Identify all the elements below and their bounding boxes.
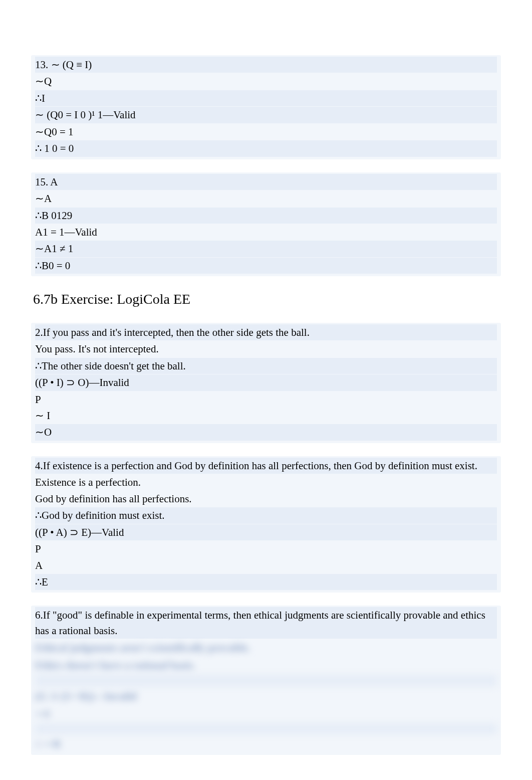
p6-blur-line5: ∴ ∼R bbox=[35, 735, 497, 753]
blur-bar-2 bbox=[35, 723, 497, 734]
blur-bar-1 bbox=[35, 675, 497, 687]
p6-blur-line2: Ethics doesn't have a rational basis. bbox=[35, 657, 497, 674]
p2-line5: P bbox=[35, 392, 497, 408]
p2-line2: You pass. It's not intercepted. bbox=[35, 341, 497, 357]
p13-line3: ∴I bbox=[35, 90, 497, 106]
p15-line5: ∼A1 ≠ 1 bbox=[35, 241, 497, 257]
p4-line8: ∴E bbox=[35, 574, 497, 590]
p6-line1: 6.If "good" is definable in experimental… bbox=[35, 607, 497, 639]
p2-line3: ∴The other side doesn't get the ball. bbox=[35, 358, 497, 374]
p2-line7: ∼O bbox=[35, 424, 497, 440]
p13-line6: ∴ 1 0 = 0 bbox=[35, 140, 497, 156]
blurred-preview: Ethical judgments aren't scientifically … bbox=[35, 639, 497, 753]
p15-line2: ∼A bbox=[35, 190, 497, 207]
p2-line4: ((P • I) ⊃ O)—Invalid bbox=[35, 374, 497, 391]
p13-line5: ∼Q0 = 1 bbox=[35, 124, 497, 140]
p2-line6: ∼ I bbox=[35, 408, 497, 424]
p13-line1: 13. ∼ (Q ≡ I) bbox=[35, 57, 497, 73]
p4-line5: ((P • A) ⊃ E)—Valid bbox=[35, 524, 497, 540]
p4-line2: Existence is a perfection. bbox=[35, 474, 497, 490]
p15-line4: A1 = 1—Valid bbox=[35, 224, 497, 240]
p15-line3: ∴B 0129 bbox=[35, 208, 497, 224]
p6-blur-line3: (G ⊃ (S • R))—Invalid bbox=[35, 688, 165, 705]
p6-blur-line4: ∼S bbox=[35, 705, 497, 723]
problem-2: 2.If you pass and it's intercepted, then… bbox=[31, 323, 501, 443]
p4-line4: ∴God by definition must exist. bbox=[35, 507, 497, 523]
p4-line1: 4.If existence is a perfection and God b… bbox=[35, 458, 497, 474]
problem-15: 15. A ∼A ∴B 0129 A1 = 1—Valid ∼A1 ≠ 1 ∴B… bbox=[31, 172, 501, 277]
p13-line2: ∼Q bbox=[35, 73, 497, 89]
p4-line3: God by definition has all perfections. bbox=[35, 491, 497, 507]
p15-line1: 15. A bbox=[35, 174, 497, 190]
p13-line4: ∼ (Q0 = I 0 )¹ 1—Valid bbox=[35, 107, 497, 123]
p6-blur-line1: Ethical judgments aren't scientifically … bbox=[35, 639, 497, 657]
section-title: 6.7b Exercise: LogiCola EE bbox=[33, 289, 501, 310]
problem-13: 13. ∼ (Q ≡ I) ∼Q ∴I ∼ (Q0 = I 0 )¹ 1—Val… bbox=[31, 55, 501, 159]
p4-line6: P bbox=[35, 541, 497, 557]
p4-line7: A bbox=[35, 557, 497, 573]
p2-line1: 2.If you pass and it's intercepted, then… bbox=[35, 324, 497, 340]
problem-6: 6.If "good" is definable in experimental… bbox=[31, 606, 501, 755]
p15-line6: ∴B0 = 0 bbox=[35, 258, 497, 274]
problem-4: 4.If existence is a perfection and God b… bbox=[31, 456, 501, 593]
